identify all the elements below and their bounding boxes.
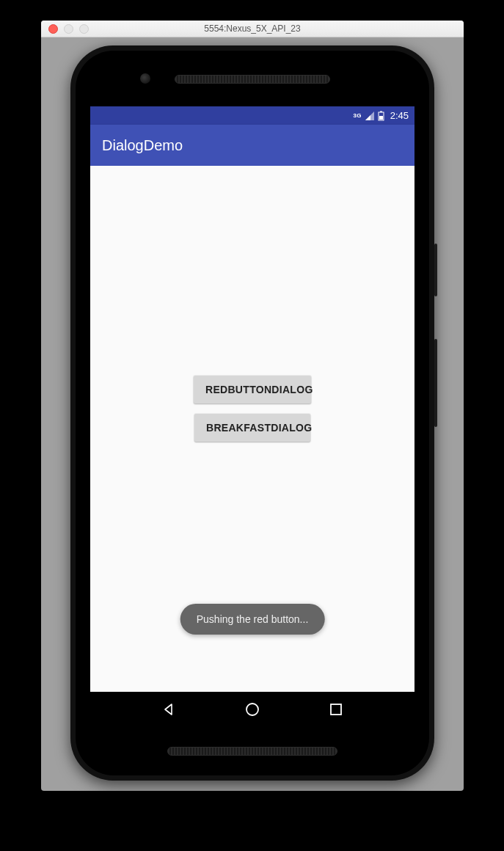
svg-rect-4: [331, 704, 341, 715]
phone-speaker: [167, 747, 337, 756]
window-title: 5554:Nexus_5X_API_23: [41, 23, 464, 34]
redbutton-dialog-button[interactable]: REDBUTTONDIALOG: [194, 376, 311, 403]
nav-recents-button[interactable]: [328, 701, 344, 717]
app-title: DialogDemo: [102, 137, 183, 154]
window-zoom-button[interactable]: [79, 24, 89, 34]
phone-camera: [140, 73, 150, 84]
window-close-button[interactable]: [48, 24, 58, 34]
window-minimize-button[interactable]: [64, 24, 73, 34]
app-bar: DialogDemo: [90, 125, 414, 166]
phone-frame: 3G 2:45 DialogDemo RE: [70, 45, 434, 781]
phone-power-button: [434, 244, 437, 296]
svg-point-3: [246, 704, 258, 715]
phone-earpiece: [175, 75, 330, 84]
window-titlebar[interactable]: 5554:Nexus_5X_API_23: [41, 21, 464, 37]
svg-rect-1: [380, 111, 382, 112]
nav-home-button[interactable]: [244, 701, 260, 717]
phone-volume-button: [434, 339, 437, 427]
toast-message: Pushing the red button...: [180, 604, 325, 635]
android-navbar: [90, 692, 414, 727]
emulator-window: 5554:Nexus_5X_API_23 3G: [41, 21, 464, 791]
breakfast-dialog-button[interactable]: BREAKFASTDIALOG: [194, 414, 310, 442]
app-content: REDBUTTONDIALOG BREAKFASTDIALOG Pushing …: [90, 166, 414, 692]
network-type-label: 3G: [353, 113, 361, 119]
signal-icon: [365, 111, 375, 121]
android-statusbar[interactable]: 3G 2:45: [90, 106, 414, 125]
battery-icon: [378, 111, 384, 121]
svg-rect-2: [379, 116, 383, 120]
statusbar-clock: 2:45: [390, 110, 409, 121]
nav-back-button[interactable]: [161, 701, 177, 717]
phone-screen: 3G 2:45 DialogDemo RE: [90, 106, 414, 727]
